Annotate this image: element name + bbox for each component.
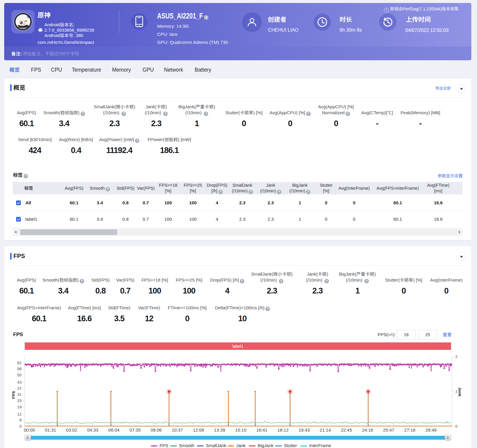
svg-text:6: 6 <box>19 418 22 422</box>
svg-text:1: 1 <box>455 389 458 394</box>
svg-text:19: 19 <box>17 405 21 409</box>
svg-text:07:35: 07:35 <box>129 427 141 432</box>
svg-text:37: 37 <box>17 386 21 391</box>
svg-text:62: 62 <box>17 361 21 365</box>
svg-text:0: 0 <box>455 424 458 429</box>
svg-text:09:06: 09:06 <box>151 427 162 432</box>
svg-text:43: 43 <box>17 380 21 384</box>
svg-text:16:41: 16:41 <box>256 427 268 432</box>
svg-text:13:39: 13:39 <box>214 427 225 432</box>
svg-text:12:08: 12:08 <box>193 427 204 432</box>
svg-text:56: 56 <box>17 367 21 371</box>
svg-text:FPS: FPS <box>11 391 16 399</box>
svg-text:19:43: 19:43 <box>298 427 310 432</box>
svg-text:2: 2 <box>455 354 458 359</box>
svg-text:03:02: 03:02 <box>66 427 78 432</box>
svg-text:24:16: 24:16 <box>362 427 373 432</box>
svg-text:25:47: 25:47 <box>383 427 394 432</box>
svg-text:01:31: 01:31 <box>45 427 56 432</box>
svg-text:22:45: 22:45 <box>341 427 352 432</box>
svg-text:10:37: 10:37 <box>172 427 183 432</box>
svg-text:18:12: 18:12 <box>278 427 289 432</box>
svg-text:50: 50 <box>17 373 21 377</box>
svg-text:21:14: 21:14 <box>320 427 331 432</box>
svg-text:06:04: 06:04 <box>108 427 120 432</box>
svg-text:15:10: 15:10 <box>235 427 247 432</box>
svg-text:28:49: 28:49 <box>425 427 437 432</box>
svg-text:27:18: 27:18 <box>404 427 416 432</box>
svg-text:0: 0 <box>19 424 22 429</box>
svg-text:12: 12 <box>17 412 21 416</box>
svg-text:31: 31 <box>17 392 21 397</box>
svg-text:00:00: 00:00 <box>24 427 35 432</box>
svg-text:25: 25 <box>17 398 21 403</box>
svg-text:04:33: 04:33 <box>87 427 98 432</box>
svg-text:Jank: Jank <box>458 387 462 397</box>
